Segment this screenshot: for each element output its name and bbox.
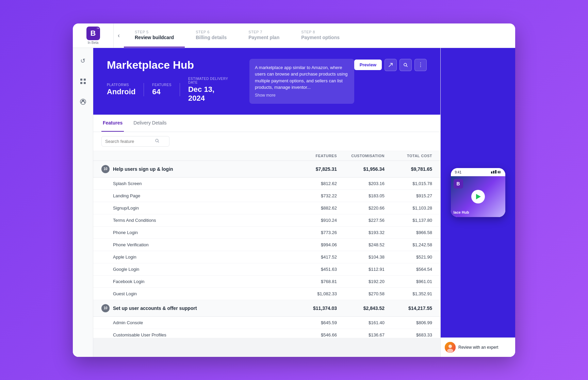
table-row[interactable]: Signup/Login $882.62 $220.66 $1,103.28 — [93, 202, 440, 214]
platforms-meta: PLATFORMS Android — [107, 83, 144, 96]
feature-customisation-cost: $136.67 — [337, 332, 385, 337]
grid-icon[interactable] — [77, 75, 89, 87]
feature-total-cost: $521.90 — [385, 254, 432, 260]
table-row[interactable]: Splash Screen $812.62 $203.16 $1,015.78 — [93, 178, 440, 190]
expert-text: Review with an expert — [458, 345, 498, 350]
platforms-value: Android — [107, 87, 135, 96]
feature-name: Phone Login — [113, 230, 289, 235]
delivery-meta: ESTIMATED DELIVERY DATE Dec 13, 2024 — [188, 77, 241, 103]
feature-customisation-cost: $193.32 — [337, 230, 385, 235]
step-6-label: STEP 6 — [196, 30, 227, 34]
table-row[interactable]: Apple Login $417.52 $104.38 $521.90 — [93, 251, 440, 263]
steps-navigation: ‹ STEP 5 Review buildcard STEP 6 Billing… — [114, 23, 515, 48]
feature-features-cost: $546.66 — [289, 332, 337, 337]
group-features-cost: $7,825.31 — [289, 166, 337, 172]
feature-customisation-cost: $220.66 — [337, 205, 385, 211]
hero-banner: Marketplace Hub PLATFORMS Android FEATUR… — [93, 48, 440, 115]
feature-features-cost: $994.06 — [289, 242, 337, 247]
group-name: Help users sign up & login — [113, 166, 173, 172]
tab-delivery[interactable]: Delivery Details — [132, 115, 168, 132]
feature-name: Admin Console — [113, 320, 289, 325]
logo-area: B ™ In Beta — [73, 23, 114, 48]
table-row[interactable]: Admin Console $645.59 $161.40 $806.99 — [93, 317, 440, 329]
tab-features[interactable]: Features — [101, 115, 124, 132]
svg-point-16 — [447, 349, 453, 353]
delivery-value: Dec 13, 2024 — [188, 85, 233, 103]
feature-customisation-cost: $203.16 — [337, 181, 385, 186]
step-8-title: Payment options — [301, 35, 340, 40]
feature-features-cost: $451.63 — [289, 267, 337, 272]
group-name: Set up user accounts & offer support — [113, 305, 197, 311]
preview-button[interactable]: Preview — [354, 60, 382, 70]
logo-tm: ™ — [97, 27, 99, 30]
step-5-label: STEP 5 — [135, 30, 174, 34]
step-8[interactable]: STEP 8 Payment options — [290, 23, 350, 48]
group-label: 10 Help users sign up & login — [101, 165, 289, 173]
step-6-title: Billing details — [196, 35, 227, 40]
step-5[interactable]: STEP 5 Review buildcard — [124, 23, 185, 48]
table-row[interactable]: Facebook Login $768.81 $192.20 $961.01 — [93, 276, 440, 288]
table-row[interactable]: Phone Verification $994.06 $248.52 $1,24… — [93, 239, 440, 251]
features-meta: FEATURES 64 — [152, 83, 180, 96]
table-header: FEATURES CUSTOMISATION TOTAL COST — [93, 151, 440, 161]
logo-beta: In Beta — [88, 41, 99, 45]
feature-customisation-cost: $227.56 — [337, 218, 385, 223]
share-button[interactable] — [385, 59, 397, 71]
feature-features-cost: $768.81 — [289, 279, 337, 284]
feature-features-cost: $732.22 — [289, 193, 337, 198]
group-label: 10 Set up user accounts & offer support — [101, 304, 289, 312]
table-row[interactable]: Customisable User Profiles $546.66 $136.… — [93, 329, 440, 338]
phone-statusbar: 9:41 — [451, 168, 505, 176]
undo-icon[interactable]: ↺ — [77, 55, 89, 67]
support-icon[interactable] — [77, 96, 89, 108]
more-options-button[interactable]: ⋮ — [414, 59, 427, 71]
svg-rect-13 — [498, 172, 500, 173]
search-wrapper[interactable] — [101, 136, 169, 147]
search-hero-button[interactable] — [399, 59, 412, 71]
svg-point-7 — [404, 63, 407, 66]
feature-features-cost: $882.62 — [289, 205, 337, 211]
feature-total-cost: $806.99 — [385, 320, 432, 325]
top-navigation: B ™ In Beta ‹ STEP 5 Review buildcard ST… — [73, 23, 515, 48]
feature-customisation-cost: $112.91 — [337, 267, 385, 272]
feature-name: Guest Login — [113, 291, 289, 296]
step-6[interactable]: STEP 6 Billing details — [185, 23, 238, 48]
feature-total-cost: $1,137.80 — [385, 218, 432, 223]
feature-features-cost: $773.26 — [289, 230, 337, 235]
phone-title-overlay: lace Hub — [454, 210, 469, 214]
table-row[interactable]: Guest Login $1,082.33 $270.58 $1,352.91 — [93, 288, 440, 300]
search-input[interactable] — [105, 139, 153, 144]
group-total-cost: $9,781.65 — [385, 166, 432, 172]
feature-features-cost: $417.52 — [289, 254, 337, 260]
table-row[interactable]: Terms And Conditions $910.24 $227.56 $1,… — [93, 214, 440, 227]
tabs-row: Features Delivery Details — [93, 115, 440, 132]
feature-total-cost: $1,352.91 — [385, 291, 432, 296]
show-more-button[interactable]: Show more — [255, 92, 349, 98]
search-row — [93, 132, 440, 151]
expert-avatar — [445, 342, 456, 353]
table-row[interactable]: Google Login $451.63 $112.91 $564.54 — [93, 263, 440, 276]
phone-signal — [491, 170, 501, 174]
play-icon — [476, 194, 481, 199]
app-logo: B ™ — [86, 27, 100, 40]
logo-letter: B — [91, 29, 96, 38]
step-7[interactable]: STEP 7 Payment plan — [238, 23, 290, 48]
table-group-row: 10 Set up user accounts & offer support … — [93, 300, 440, 317]
table-row[interactable]: Phone Login $773.26 $193.32 $966.58 — [93, 227, 440, 239]
feature-name: Landing Page — [113, 193, 289, 198]
col-header-total: TOTAL COST — [385, 154, 432, 158]
table-group-row: 10 Help users sign up & login $7,825.31 … — [93, 161, 440, 178]
table-body: 10 Help users sign up & login $7,825.31 … — [93, 161, 440, 338]
back-button[interactable]: ‹ — [114, 23, 124, 48]
table-row[interactable]: Landing Page $732.22 $183.05 $915.27 — [93, 190, 440, 202]
svg-rect-0 — [80, 79, 82, 81]
group-badge: 10 — [101, 165, 110, 173]
feature-total-cost: $961.01 — [385, 279, 432, 284]
step-7-title: Payment plan — [248, 35, 279, 40]
col-header-customisation: CUSTOMISATION — [337, 154, 385, 158]
feature-customisation-cost: $248.52 — [337, 242, 385, 247]
hero-description: A marketplace app similar to Amazon, whe… — [249, 59, 354, 104]
expert-section[interactable]: Review with an expert — [441, 337, 515, 357]
play-button[interactable] — [471, 190, 485, 203]
feature-total-cost: $683.33 — [385, 332, 432, 337]
